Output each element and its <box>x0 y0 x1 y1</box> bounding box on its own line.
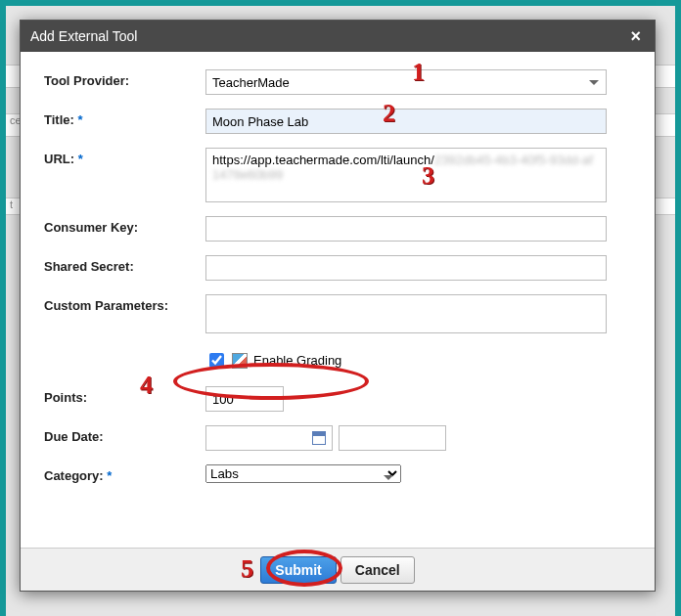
due-date-label: Due Date: <box>44 425 205 444</box>
shared-secret-label: Shared Secret: <box>44 255 205 274</box>
dialog-footer: 5 Submit Cancel <box>21 548 655 591</box>
consumer-key-label: Consumer Key: <box>44 216 205 235</box>
category-select[interactable]: Labs <box>205 464 401 483</box>
add-external-tool-dialog: Add External Tool × 1 2 3 4 Tool Provide… <box>20 20 656 592</box>
url-label: URL: <box>44 152 74 166</box>
enable-grading-label: Enable Grading <box>253 353 341 368</box>
due-date-input[interactable] <box>205 425 333 451</box>
close-icon[interactable]: × <box>626 26 645 47</box>
required-marker: * <box>107 468 112 483</box>
due-time-input[interactable] <box>339 425 446 451</box>
submit-button[interactable]: Submit <box>260 556 336 584</box>
dialog-body: 1 2 3 4 Tool Provider: TeacherMade Title… <box>21 52 655 548</box>
tool-provider-select[interactable]: TeacherMade <box>205 69 607 95</box>
annotation-5: 5 <box>241 554 253 584</box>
url-input[interactable]: https://app.teachermade.com/lti/launch/2… <box>205 148 607 202</box>
enable-grading-checkbox[interactable] <box>209 353 224 368</box>
dialog-title: Add External Tool <box>30 28 137 44</box>
grading-icon <box>232 353 248 369</box>
custom-parameters-label: Custom Parameters: <box>44 294 205 313</box>
points-input[interactable] <box>205 386 284 412</box>
consumer-key-input[interactable] <box>205 216 607 242</box>
title-label: Title: <box>44 112 74 127</box>
title-input[interactable] <box>205 109 607 134</box>
category-label: Category: <box>44 468 104 483</box>
required-marker: * <box>78 152 83 166</box>
points-label: Points: <box>44 386 205 405</box>
cancel-button[interactable]: Cancel <box>340 556 415 584</box>
custom-parameters-input[interactable] <box>205 294 607 333</box>
cutoff-label: — <box>44 497 205 506</box>
tool-provider-label: Tool Provider: <box>44 69 205 88</box>
shared-secret-input[interactable] <box>205 255 607 281</box>
required-marker: * <box>77 112 82 127</box>
calendar-icon <box>312 431 326 445</box>
dialog-titlebar: Add External Tool × <box>21 21 655 52</box>
